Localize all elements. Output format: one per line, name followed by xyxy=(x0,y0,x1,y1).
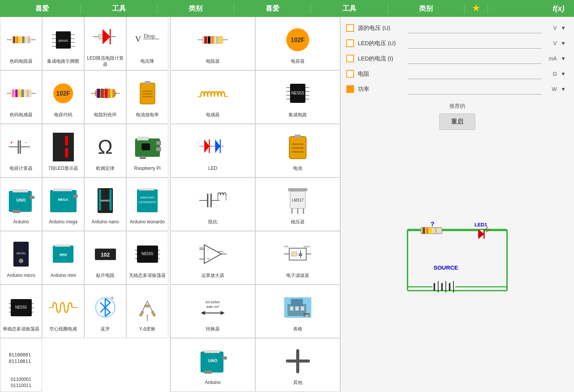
input-resistance[interactable] xyxy=(408,68,541,79)
grid-item-filter[interactable]: Vin Vout 电子滤波器 xyxy=(255,231,340,285)
grid-item-binary[interactable]: 01100001 01110011 0110000101110011 xyxy=(0,338,42,392)
svg-rect-37 xyxy=(15,89,18,97)
left-panel: 色码电阻器 pinout xyxy=(0,17,170,392)
svg-rect-74 xyxy=(13,189,28,192)
grid-item-table[interactable]: 表格 xyxy=(255,285,340,338)
grid-item-impedance[interactable]: 阻抗 xyxy=(170,177,255,231)
ic-pinout-icon: pinout 1 2 3 xyxy=(48,23,78,57)
grid-item-ic-pinout[interactable]: pinout 1 2 3 xyxy=(42,17,84,70)
grid-item-arduino-leo[interactable]: ARDUINO LEONARDO Arduino leonardo xyxy=(126,177,168,231)
svg-rect-202 xyxy=(303,313,310,314)
battery-icon xyxy=(282,130,313,164)
grid-item-battery-rate[interactable]: 电池放电率 xyxy=(126,70,168,124)
grid-item-led-resist[interactable]: LED限流电阻计算器 xyxy=(84,17,126,70)
restart-button[interactable]: 重启 xyxy=(439,114,475,130)
grid-item-7seg[interactable]: 7段LED显示器 xyxy=(42,124,84,177)
grid-item-ic[interactable]: NE555 集成电路 xyxy=(255,70,340,124)
svg-text:V: V xyxy=(135,34,141,44)
grid-item-converter[interactable]: km kelvin watt cm² 转换器 xyxy=(170,285,255,338)
dropdown-power[interactable]: ▼ xyxy=(561,86,568,92)
svg-text:?: ? xyxy=(430,221,434,228)
grid-item-y-delta[interactable]: Y-Δ变换 xyxy=(126,285,168,338)
grid-item-led[interactable]: LED xyxy=(170,124,255,177)
grid-item-resistor[interactable]: 电阻器 xyxy=(170,17,255,70)
svg-rect-198 xyxy=(291,299,303,306)
svg-text:−: − xyxy=(207,247,209,251)
y-delta-label: Y-Δ变换 xyxy=(139,326,156,332)
vdrop-icon: V Drop xyxy=(132,23,163,57)
grid-item-raspberry[interactable]: Raspberry Pi xyxy=(126,124,168,177)
grid-item-opamp[interactable]: − + Vout Vin 运算放大器 xyxy=(170,231,255,285)
grid-item-inductor[interactable]: 电感器 xyxy=(170,70,255,124)
fx-button[interactable]: f(x) xyxy=(488,4,570,13)
svg-text:km kelvin: km kelvin xyxy=(206,300,220,304)
svg-text:Vin: Vin xyxy=(284,245,288,248)
air-coil-label: 空心线圈电感 xyxy=(49,326,77,332)
grid-item-ne555-multi[interactable]: NE555 无稳态多谐振荡器 xyxy=(126,231,168,285)
svg-rect-30 xyxy=(99,34,103,39)
led-resist-label: LED限流电阻计算器 xyxy=(86,55,124,67)
grid-item-arduino-mini[interactable]: MINI Arduino mini xyxy=(42,231,84,285)
svg-rect-159 xyxy=(292,147,303,149)
resistor-icon xyxy=(197,23,228,57)
svg-rect-132 xyxy=(219,36,222,44)
formula-row-power: 功率 W ▼ xyxy=(346,84,568,94)
cap-calc-icon: + - xyxy=(6,130,36,164)
checkbox-source-voltage[interactable] xyxy=(346,24,354,32)
grid-item-ne555-mono[interactable]: NE555 单稳态多谐振荡器 xyxy=(0,285,42,338)
dropdown-led-voltage[interactable]: ▼ xyxy=(561,40,568,46)
svg-text:LED1: LED1 xyxy=(475,222,487,228)
svg-text:NE555: NE555 xyxy=(141,252,153,256)
grid-item-ohms[interactable]: Ω 欧姆定律 xyxy=(84,124,126,177)
svg-rect-199 xyxy=(290,307,294,311)
svg-marker-195 xyxy=(220,311,225,315)
grid-item-color-inductor[interactable]: 色码电感器 xyxy=(0,70,42,124)
svg-rect-200 xyxy=(295,307,299,311)
grid-item-regulator[interactable]: LM317 稳压器 xyxy=(255,177,340,231)
formula-row-led-current: LED的电流 (I) mA ▼ xyxy=(346,53,568,64)
input-power[interactable] xyxy=(408,84,541,94)
grid-item-resist-color[interactable]: 电阻到色环 xyxy=(84,70,126,124)
ic-label: 集成电路 xyxy=(289,112,307,118)
svg-rect-39 xyxy=(21,89,24,97)
grid-item-color-resistor[interactable]: 色码电阻器 xyxy=(0,17,42,70)
checkbox-power[interactable] xyxy=(346,85,354,93)
regulator-icon: LM317 xyxy=(282,183,313,218)
grid-item-arduino-mega[interactable]: MEGA Arduino mega xyxy=(42,177,84,231)
7seg-label: 7段LED显示器 xyxy=(48,166,78,172)
grid-item-smd[interactable]: 102 贴片电阻 xyxy=(84,231,126,285)
svg-text:+: + xyxy=(207,256,209,261)
unit-led-current: mA xyxy=(545,55,557,62)
svg-text:-: - xyxy=(25,139,27,145)
grid-item-vdrop[interactable]: V Drop 电压降 xyxy=(126,17,168,70)
input-led-current[interactable] xyxy=(408,53,541,64)
grid-item-other[interactable]: 其他 xyxy=(255,338,340,392)
grid-item-cap-calc[interactable]: + - 电容计算器 xyxy=(0,124,42,177)
grid-item-arduino-nano[interactable]: NANO Arduino nano xyxy=(84,177,126,231)
input-source-voltage[interactable] xyxy=(408,23,541,33)
arduino-mid-icon: UNO xyxy=(197,344,228,378)
svg-rect-122 xyxy=(139,311,144,316)
checkbox-led-current[interactable] xyxy=(346,55,354,62)
svg-rect-130 xyxy=(211,36,214,44)
dropdown-resistance[interactable]: ▼ xyxy=(561,71,568,77)
svg-rect-67 xyxy=(137,137,148,140)
grid-item-bluetooth[interactable]: ® 蓝牙 xyxy=(84,285,126,338)
grid-item-cap-code[interactable]: 102F 电容代码 xyxy=(42,70,84,124)
checkbox-led-voltage[interactable] xyxy=(346,39,354,47)
star-icon[interactable]: ★ xyxy=(465,3,488,13)
input-led-voltage[interactable] xyxy=(408,38,541,49)
svg-rect-167 xyxy=(288,188,307,191)
dropdown-source-voltage[interactable]: ▼ xyxy=(561,25,568,31)
grid-item-arduino-micro[interactable]: MICRO Arduino micro xyxy=(0,231,42,285)
checkbox-resistance[interactable] xyxy=(346,70,354,78)
grid-item-air-coil[interactable]: 空心线圈电感 xyxy=(42,285,84,338)
grid-item-capacitor[interactable]: 102F 电容器 xyxy=(255,17,340,70)
grid-item-arduino-mid[interactable]: UNO Arduino xyxy=(170,338,255,392)
grid-item-arduino-uno[interactable]: UNO Arduino xyxy=(0,177,42,231)
dropdown-led-current[interactable]: ▼ xyxy=(561,55,568,62)
svg-text:102: 102 xyxy=(101,252,110,258)
arduino-nano-icon: NANO xyxy=(90,183,121,218)
grid-item-battery[interactable]: 电池 xyxy=(255,124,340,177)
unit-source-voltage: V xyxy=(545,25,557,31)
